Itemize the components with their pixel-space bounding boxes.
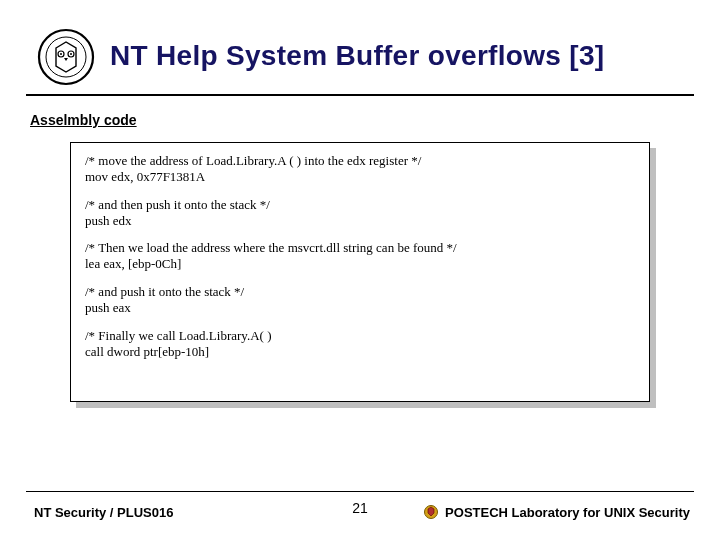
svg-point-4 [60, 53, 62, 55]
code-comment: /* and push it onto the stack */ [85, 284, 635, 300]
svg-point-0 [39, 30, 93, 84]
assembly-code: /* move the address of Load.Library.A ( … [85, 153, 635, 360]
code-comment: /* move the address of Load.Library.A ( … [85, 153, 635, 169]
code-instruction: push eax [85, 300, 635, 316]
section-header: Asselmbly code [30, 112, 137, 128]
slide: NT Help System Buffer overflows [3] Asse… [0, 0, 720, 540]
code-comment: /* Finally we call Load.Library.A( ) [85, 328, 635, 344]
svg-point-5 [70, 53, 72, 55]
owl-logo [36, 28, 96, 86]
title-underline [26, 94, 694, 96]
code-comment: /* and then push it onto the stack */ [85, 197, 635, 213]
code-box: /* move the address of Load.Library.A ( … [70, 142, 650, 402]
footer-divider [26, 491, 694, 492]
code-instruction: mov edx, 0x77F1381A [85, 169, 635, 185]
slide-title: NT Help System Buffer overflows [3] [110, 40, 690, 72]
shield-emblem-icon [423, 504, 439, 520]
code-comment: /* Then we load the address where the ms… [85, 240, 635, 256]
footer-right: POSTECH Laboratory for UNIX Security [423, 504, 690, 520]
svg-point-1 [46, 37, 86, 77]
footer-right-text: POSTECH Laboratory for UNIX Security [445, 505, 690, 520]
code-instruction: push edx [85, 213, 635, 229]
code-instruction: call dword ptr[ebp-10h] [85, 344, 635, 360]
code-instruction: lea eax, [ebp-0Ch] [85, 256, 635, 272]
